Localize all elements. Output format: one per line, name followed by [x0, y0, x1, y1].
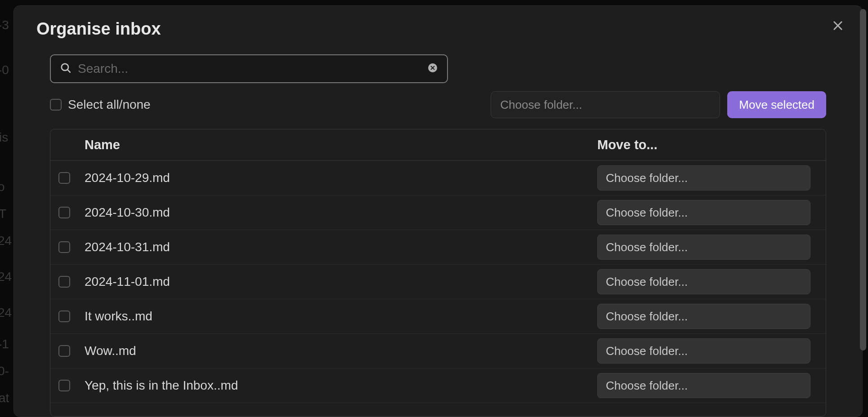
scrollbar[interactable]	[860, 9, 866, 350]
row-checkbox[interactable]	[58, 311, 70, 322]
modal-body: Select all/none Choose folder... Move se…	[14, 45, 862, 417]
table-row: 2024-10-31.mdChoose folder...	[50, 230, 826, 265]
backdrop-text: -0	[0, 63, 9, 77]
row-folder-select[interactable]: Choose folder...	[597, 165, 810, 191]
row-folder-select[interactable]: Choose folder...	[597, 269, 810, 294]
row-checkbox[interactable]	[58, 380, 70, 391]
row-folder-select[interactable]: Choose folder...	[597, 304, 810, 329]
svg-line-3	[67, 70, 70, 72]
row-checkbox[interactable]	[58, 276, 70, 288]
row-checkbox-cell	[58, 207, 85, 218]
row-folder-label: Choose folder...	[606, 275, 688, 289]
modal-title: Organise inbox	[36, 19, 161, 39]
row-move-cell: Choose folder...	[597, 373, 818, 398]
backdrop-text: at	[0, 391, 9, 405]
row-checkbox-cell	[58, 241, 85, 253]
row-folder-select[interactable]: Choose folder...	[597, 338, 810, 364]
backdrop-text: o	[0, 180, 5, 194]
row-folder-label: Choose folder...	[606, 206, 688, 220]
backdrop-text: 24	[0, 234, 12, 248]
row-checkbox-cell	[58, 311, 85, 322]
row-filename: Yep, this is in the Inbox..md	[85, 378, 597, 393]
row-checkbox-cell	[58, 172, 85, 184]
row-checkbox[interactable]	[58, 241, 70, 253]
search-input[interactable]	[72, 62, 427, 76]
row-move-cell: Choose folder...	[597, 165, 818, 191]
row-checkbox[interactable]	[58, 345, 70, 357]
row-folder-label: Choose folder...	[606, 344, 688, 358]
row-move-cell: Choose folder...	[597, 304, 818, 329]
row-move-cell: Choose folder...	[597, 269, 818, 294]
row-filename: 2024-10-31.md	[85, 240, 597, 254]
row-filename: 2024-11-01.md	[85, 275, 597, 289]
search-wrapper	[50, 54, 448, 83]
backdrop-text: 24	[0, 306, 12, 320]
row-folder-select[interactable]: Choose folder...	[597, 235, 810, 260]
table-row: 2024-10-29.mdChoose folder...	[50, 161, 826, 195]
search-row	[50, 54, 826, 83]
row-folder-select[interactable]: Choose folder...	[597, 200, 810, 225]
organise-inbox-modal: Organise inbox	[13, 5, 863, 417]
row-folder-label: Choose folder...	[606, 310, 688, 324]
select-all-checkbox[interactable]	[50, 99, 62, 111]
backdrop-text: T	[0, 207, 6, 221]
close-button[interactable]	[829, 17, 846, 36]
table-row: 2024-10-30.mdChoose folder...	[50, 195, 826, 230]
files-table: Name Move to... 2024-10-29.mdChoose fold…	[50, 129, 826, 417]
row-folder-select[interactable]: Choose folder...	[597, 373, 810, 398]
close-icon	[832, 26, 844, 33]
backdrop-text: -1	[0, 337, 9, 351]
folder-select-placeholder: Choose folder...	[500, 98, 582, 112]
row-filename: 2024-10-30.md	[85, 205, 597, 220]
row-checkbox[interactable]	[58, 172, 70, 184]
row-checkbox-cell	[58, 380, 85, 391]
row-filename: 2024-10-29.md	[85, 171, 597, 185]
row-checkbox[interactable]	[58, 207, 70, 218]
table-row: Wow..mdChoose folder...	[50, 334, 826, 368]
table-row: It works..mdChoose folder...	[50, 299, 826, 334]
backdrop-text: 0-	[0, 364, 9, 378]
table-header: Name Move to...	[50, 129, 826, 161]
clear-search-button[interactable]	[427, 62, 438, 75]
modal-header: Organise inbox	[14, 6, 862, 45]
row-move-cell: Choose folder...	[597, 235, 818, 260]
controls-right: Choose folder... Move selected	[491, 91, 826, 118]
header-name: Name	[85, 138, 597, 152]
row-folder-label: Choose folder...	[606, 171, 688, 185]
row-move-cell: Choose folder...	[597, 338, 818, 364]
backdrop-text: -3	[0, 18, 9, 32]
table-row: Yep, this is in the Inbox..mdChoose fold…	[50, 368, 826, 403]
backdrop-text: is	[0, 130, 8, 145]
backdrop-text: 24	[0, 270, 12, 284]
table-row: 2024-11-01.mdChoose folder...	[50, 265, 826, 299]
controls-row: Select all/none Choose folder... Move se…	[50, 91, 826, 118]
row-folder-label: Choose folder...	[606, 379, 688, 393]
table-body: 2024-10-29.mdChoose folder...2024-10-30.…	[50, 161, 826, 416]
header-checkbox-col	[58, 138, 85, 152]
header-move-to: Move to...	[597, 138, 818, 152]
row-filename: It works..md	[85, 309, 597, 324]
row-checkbox-cell	[58, 276, 85, 288]
select-all-label: Select all/none	[68, 98, 151, 112]
search-icon	[60, 62, 72, 75]
bulk-folder-select[interactable]: Choose folder...	[491, 91, 720, 118]
row-move-cell: Choose folder...	[597, 200, 818, 225]
move-selected-button[interactable]: Move selected	[727, 91, 826, 118]
select-all-toggle[interactable]: Select all/none	[50, 98, 151, 112]
clear-icon	[427, 67, 438, 75]
row-folder-label: Choose folder...	[606, 240, 688, 254]
row-checkbox-cell	[58, 345, 85, 357]
row-filename: Wow..md	[85, 344, 597, 358]
